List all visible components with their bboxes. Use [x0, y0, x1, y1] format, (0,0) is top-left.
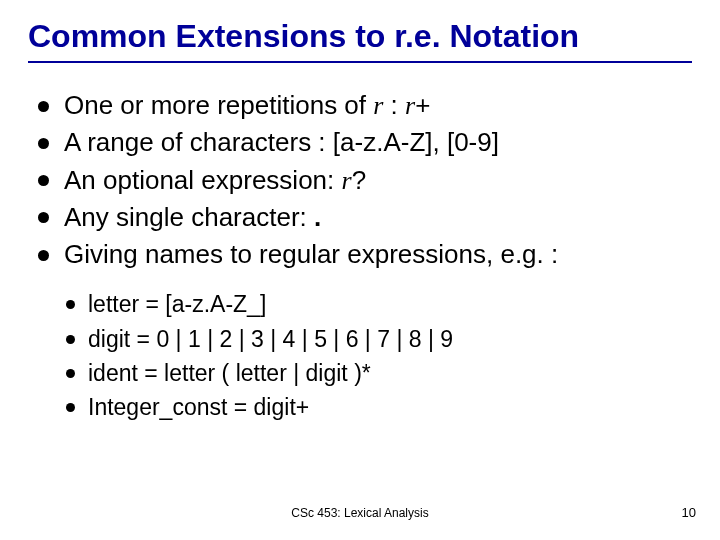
- title-underline: [28, 61, 692, 63]
- bullet-item: Any single character: .: [34, 201, 692, 234]
- sub-bullet-item: letter = [a-z.A-Z_]: [62, 289, 692, 319]
- footer-page-number: 10: [682, 505, 696, 520]
- bullet-item: An optional expression: r?: [34, 164, 692, 197]
- sub-bullet-item: ident = letter ( letter | digit )*: [62, 358, 692, 388]
- bullet-item: A range of characters : [a-z.A-Z], [0-9]: [34, 126, 692, 159]
- bullet-item: One or more repetitions of r : r+: [34, 89, 692, 122]
- slide: Common Extensions to r.e. Notation One o…: [0, 0, 720, 540]
- sub-bullet-list: letter = [a-z.A-Z_] digit = 0 | 1 | 2 | …: [28, 289, 692, 422]
- sub-bullet-item: Integer_const = digit+: [62, 392, 692, 422]
- bullet-list: One or more repetitions of r : r+ A rang…: [28, 89, 692, 271]
- bullet-item: Giving names to regular expressions, e.g…: [34, 238, 692, 271]
- slide-title: Common Extensions to r.e. Notation: [28, 18, 692, 55]
- footer-course: CSc 453: Lexical Analysis: [0, 506, 720, 520]
- sub-bullet-item: digit = 0 | 1 | 2 | 3 | 4 | 5 | 6 | 7 | …: [62, 324, 692, 354]
